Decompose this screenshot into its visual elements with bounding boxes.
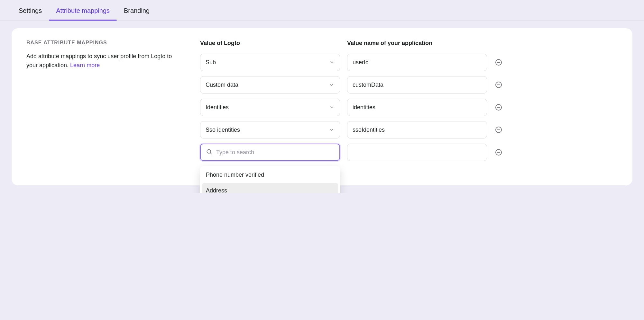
app-value-input[interactable]: identities: [347, 99, 487, 116]
app-value-input[interactable]: userId: [347, 54, 487, 71]
chevron-down-icon: [329, 127, 335, 133]
chevron-down-icon: [329, 82, 335, 88]
input-value: userId: [353, 59, 369, 66]
learn-more-link[interactable]: Learn more: [70, 62, 100, 68]
section-description: Add attribute mappings to sync user prof…: [26, 52, 181, 70]
search-input[interactable]: [216, 149, 334, 156]
app-value-input[interactable]: ssoIdentities: [347, 121, 487, 138]
remove-row-button[interactable]: [494, 103, 503, 112]
input-value: identities: [353, 104, 375, 111]
search-icon: [206, 148, 212, 156]
remove-row-button[interactable]: [494, 80, 503, 89]
remove-row-button[interactable]: [494, 148, 503, 157]
logto-value-select[interactable]: Sub: [200, 54, 340, 71]
input-value: customData: [353, 82, 383, 88]
tabs: Settings Attribute mappings Branding: [0, 0, 644, 21]
section-title: BASE ATTRIBUTE MAPPINGS: [26, 40, 181, 46]
mappings-grid: Value of Logto Value name of your applic…: [200, 40, 618, 166]
remove-row-button[interactable]: [494, 125, 503, 134]
column-header-logto: Value of Logto: [200, 40, 340, 49]
app-value-input[interactable]: customData: [347, 76, 487, 93]
select-value: Sso identities: [206, 127, 240, 133]
select-value: Sub: [206, 59, 216, 66]
tab-attribute-mappings[interactable]: Attribute mappings: [49, 0, 117, 20]
remove-row-button[interactable]: [494, 58, 503, 67]
logto-value-select[interactable]: Identities: [200, 99, 340, 116]
input-value: ssoIdentities: [353, 127, 385, 133]
logto-value-dropdown: Phone numberPhone number verifiedAddress…: [200, 166, 340, 193]
chevron-down-icon: [329, 104, 335, 110]
chevron-down-icon: [329, 59, 335, 65]
app-value-input[interactable]: [347, 144, 487, 161]
card-attribute-mappings: BASE ATTRIBUTE MAPPINGS Add attribute ma…: [12, 28, 632, 185]
dropdown-option[interactable]: Address: [202, 183, 338, 193]
select-value: Identities: [206, 104, 229, 111]
logto-value-search[interactable]: [200, 144, 340, 161]
logto-value-select[interactable]: Sso identities: [200, 121, 340, 138]
dropdown-option[interactable]: Phone number verified: [202, 168, 338, 183]
column-header-app: Value name of your application: [347, 40, 487, 49]
section-intro: BASE ATTRIBUTE MAPPINGS Add attribute ma…: [26, 40, 181, 166]
logto-value-select[interactable]: Custom data: [200, 76, 340, 93]
dropdown-list[interactable]: Phone numberPhone number verifiedAddress…: [202, 168, 338, 193]
select-value: Custom data: [206, 82, 238, 88]
tab-branding[interactable]: Branding: [117, 0, 157, 20]
svg-line-9: [210, 153, 212, 154]
tab-settings[interactable]: Settings: [12, 0, 49, 20]
